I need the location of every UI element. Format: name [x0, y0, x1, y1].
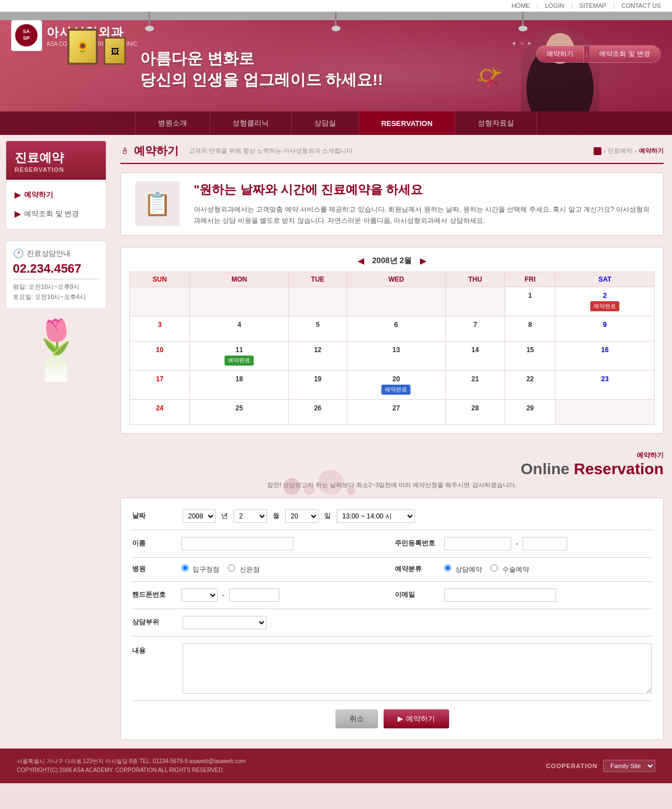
calendar-cell[interactable]: 6 — [347, 316, 446, 341]
hospital-radio-1[interactable]: 입구정점 — [181, 564, 220, 574]
submit-button[interactable]: ▶ 예약하기 — [384, 709, 449, 728]
topnav-home[interactable]: HOME — [511, 2, 530, 9]
reservation-badge: 예약완료 — [590, 301, 619, 311]
cal-header-wed: WED — [347, 272, 446, 287]
nav-reservation[interactable]: RESERVATION — [359, 111, 456, 135]
calendar-cell[interactable]: 28 — [446, 399, 505, 424]
calendar-cell[interactable]: 24 — [130, 399, 190, 424]
wall-frame-2: 🖼 — [104, 37, 126, 65]
type-radio-1[interactable]: 상담예약 — [444, 564, 482, 574]
name-label: 이름 — [132, 539, 177, 548]
calendar-cell[interactable] — [130, 287, 190, 316]
topnav-sep3: | — [613, 2, 615, 9]
calendar-cell[interactable] — [190, 287, 289, 316]
flower-decoration: 🌷 — [6, 320, 106, 382]
day-unit: 일 — [324, 511, 331, 521]
id-label: 주민등록번호 — [395, 539, 440, 548]
content-textarea[interactable] — [183, 643, 652, 694]
header-person — [515, 25, 605, 111]
nav-clinic[interactable]: 성형클리닉 — [210, 111, 292, 135]
calendar-cell[interactable]: 23 — [556, 370, 655, 399]
page-icon: 🕯 — [120, 146, 129, 156]
calendar-cell[interactable]: 2예약완료 — [556, 287, 655, 316]
reservation-badge: 예약완료 — [225, 356, 254, 366]
calendar-cell[interactable]: 7 — [446, 316, 505, 341]
phone-area-select[interactable] — [181, 588, 218, 602]
nav-consult[interactable]: 상담실 — [292, 111, 359, 135]
phone-input[interactable] — [229, 588, 279, 602]
calendar-cell[interactable]: 13 — [347, 341, 446, 370]
intro-image: 📋 — [129, 181, 185, 227]
family-site-select[interactable]: Family Site — [603, 760, 655, 772]
topnav-login[interactable]: LOGIN — [545, 2, 564, 9]
calendar-cell[interactable]: 17 — [130, 370, 190, 399]
intro-text: 아사성형외과에서는 고객맞춤 예약 서비스를 제공하고 있습니다. 회원님께서 … — [194, 204, 655, 227]
calendar-cell[interactable]: 19 — [289, 370, 347, 399]
header-reserve-btn[interactable]: 예약하기 — [536, 46, 584, 62]
calendar-cell[interactable]: 21 — [446, 370, 505, 399]
intro-section: 📋 "원하는 날짜와 시간에 진료예약을 하세요 아사성형외과에서는 고객맞춤 … — [120, 172, 664, 236]
calendar-cell[interactable]: 29 — [505, 399, 556, 424]
hospital-radio-2[interactable]: 신은점 — [228, 564, 259, 574]
type-radio-2[interactable]: 수술예약 — [491, 564, 529, 574]
breadcrumb: › 진료예약 › 예약하기 — [594, 147, 664, 155]
topnav-contact[interactable]: CONTACT US — [622, 2, 661, 9]
calendar-cell[interactable]: 10 — [130, 341, 190, 370]
calendar-cell[interactable]: 9 — [556, 316, 655, 341]
calendar-section: ◀ 2008년 2월 ▶ SUN MON TUE WED THU FRI SAT — [120, 247, 664, 434]
logo-icon: SA SP — [11, 20, 42, 51]
calendar-cell[interactable]: 3 — [130, 316, 190, 341]
main-content: 🕯 예약하기 고객의 만족을 위해 항상 노력하는 아사성형외과 소개합니다. … — [112, 135, 672, 749]
sidebar-item-reserve[interactable]: ▶ 예약하기 — [6, 185, 106, 204]
calendar-cell[interactable]: 27 — [347, 399, 446, 424]
calendar-cell[interactable] — [289, 287, 347, 316]
calendar-cell[interactable]: 26 — [289, 399, 347, 424]
intro-heading: "원하는 날짜와 시간에 진료예약을 하세요 — [194, 181, 655, 198]
id-input-1[interactable] — [444, 537, 511, 550]
sidebar-title-kor: 진료예약 — [15, 149, 97, 166]
calendar-cell[interactable] — [446, 287, 505, 316]
sidebar-item-modify[interactable]: ▶ 예약조회 및 변경 — [6, 204, 106, 223]
footer: 서울특별시 가나구 다라동 123번지 아사빌딩 8층 TEL: 01234-5… — [0, 749, 672, 783]
topnav-sitemap[interactable]: SITEMAP — [579, 2, 606, 9]
dept-select[interactable] — [183, 616, 267, 629]
phone-label: 핸드폰번호 — [132, 590, 177, 600]
calendar-cell[interactable]: 8 — [505, 316, 556, 341]
online-res-banner: 예약하기 Online Reservation 잠깐! 상담받고자 하는 날짜보… — [120, 445, 664, 495]
calendar-cell[interactable]: 4 — [190, 316, 289, 341]
cal-header-thu: THU — [446, 272, 505, 287]
calendar-cell[interactable]: 5 — [289, 316, 347, 341]
calendar-cell[interactable]: 20예약완료 — [347, 370, 446, 399]
cal-title: 2008년 2월 — [372, 256, 412, 266]
month-select[interactable]: 2 — [234, 509, 267, 523]
calendar-cell[interactable]: 11예약완료 — [190, 341, 289, 370]
footer-text: 서울특별시 가나구 다라동 123번지 아사빌딩 8층 TEL: 01234-5… — [17, 757, 246, 775]
calendar-cell[interactable]: 18 — [190, 370, 289, 399]
calendar-cell[interactable]: 15 — [505, 341, 556, 370]
calendar-cell[interactable]: 16 — [556, 341, 655, 370]
reservation-form: 날짜 2008 년 2 월 20 일 13:00 ~ 14:00 시 — [120, 498, 664, 740]
time-select[interactable]: 13:00 ~ 14:00 시 — [337, 509, 415, 523]
cancel-button[interactable]: 취소 — [335, 709, 378, 728]
year-select[interactable]: 2008 — [183, 509, 216, 523]
header-modify-btn[interactable]: 예약조회 및 변경 — [589, 46, 660, 62]
name-input[interactable] — [181, 537, 293, 550]
calendar-cell[interactable] — [347, 287, 446, 316]
email-input[interactable] — [444, 588, 556, 602]
cal-header-tue: TUE — [289, 272, 347, 287]
bullet-icon: ▶ — [15, 190, 21, 199]
calendar-cell[interactable]: 12 — [289, 341, 347, 370]
id-input-2[interactable] — [522, 537, 567, 550]
calendar-cell[interactable] — [556, 399, 655, 424]
contact-box: 🕐 진료상담안내 02.234.4567 평일: 오전10시~오후9시 토요일:… — [6, 241, 106, 309]
day-select[interactable]: 20 — [285, 509, 319, 523]
cal-prev-btn[interactable]: ◀ — [358, 256, 364, 265]
nav-data[interactable]: 성형자료실 — [455, 111, 537, 135]
calendar-cell[interactable]: 1 — [505, 287, 556, 316]
nav-hospital[interactable]: 병원소개 — [135, 111, 210, 135]
cal-next-btn[interactable]: ▶ — [420, 256, 426, 265]
calendar-cell[interactable]: 22 — [505, 370, 556, 399]
calendar-cell[interactable]: 14 — [446, 341, 505, 370]
svg-text:SA: SA — [23, 29, 30, 34]
calendar-cell[interactable]: 25 — [190, 399, 289, 424]
